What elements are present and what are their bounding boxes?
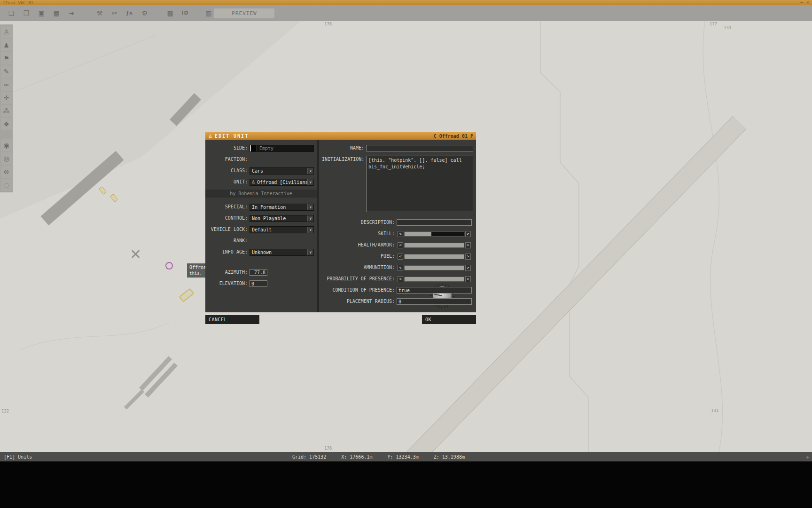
- cancel-button[interactable]: CANCEL: [205, 315, 259, 324]
- special-dropdown[interactable]: In Formation ∨: [250, 204, 314, 211]
- control-dropdown[interactable]: Non Playable ∨: [250, 215, 314, 222]
- editor-screen: *Test_VhC_01 – × ❑ ❒ ▣ ▦ ➔ ⚒ ✂ ƒx ⚙ ▩ ID…: [0, 0, 812, 508]
- control-value: Non Playable: [250, 216, 307, 221]
- x-coordinate: X: 17666.1m: [341, 454, 372, 460]
- description-input[interactable]: [397, 219, 472, 226]
- info-age-dropdown[interactable]: Unknown ∨: [250, 249, 314, 256]
- probability-of-presence-label: PROBABILITY OF PRESENCE:: [322, 275, 395, 283]
- edit-unit-dialog: ♙ EDIT UNIT C_Offroad_01_F SIDE: Empty F…: [205, 132, 476, 324]
- toolbar: ❑ ❒ ▣ ▦ ➔ ⚒ ✂ ƒx ⚙ ▩ ID ▥ ✒ PREVIEW: [0, 5, 812, 21]
- vehicle-lock-value: Default: [250, 227, 307, 232]
- selected-unit-marker[interactable]: [165, 262, 173, 270]
- panels-icon[interactable]: ▥: [204, 8, 213, 18]
- chevron-down-icon: ∨: [307, 168, 313, 174]
- initialization-textarea[interactable]: [this, "hotpink", [], false] call bis_fn…: [366, 156, 473, 212]
- fuel-label: FUEL:: [322, 253, 395, 260]
- grid-label: 131: [711, 408, 718, 413]
- dialog-titlebar[interactable]: ♙ EDIT UNIT C_Offroad_01_F: [205, 132, 476, 140]
- waypoints-icon[interactable]: ✎: [1, 65, 12, 78]
- ok-button[interactable]: OK: [422, 315, 476, 324]
- probability-increase-button[interactable]: >: [465, 276, 471, 282]
- side-dropdown[interactable]: Empty: [250, 145, 314, 152]
- checker-icon[interactable]: ▩: [165, 8, 175, 18]
- music-icon[interactable]: ◎: [1, 152, 12, 165]
- ammunition-slider[interactable]: [404, 265, 464, 270]
- assets-icon[interactable]: ⚒: [95, 8, 104, 18]
- skill-slider[interactable]: [404, 231, 464, 237]
- chevron-down-icon: ∨: [307, 215, 313, 222]
- helicopter-icon[interactable]: ✕: [130, 246, 141, 262]
- elevation-input[interactable]: [250, 280, 267, 287]
- units-icon[interactable]: ♙: [1, 26, 12, 38]
- ammunition-increase-button[interactable]: >: [465, 265, 471, 271]
- briefing-icon[interactable]: ❖: [1, 118, 12, 130]
- skill-increase-button[interactable]: >: [465, 231, 471, 237]
- markers-icon[interactable]: ✛: [1, 92, 12, 104]
- fuel-increase-button[interactable]: >: [465, 254, 471, 260]
- grid-readout: Grid: 175132: [292, 454, 326, 460]
- close-button[interactable]: ×: [807, 0, 809, 5]
- health-armor-increase-button[interactable]: >: [465, 242, 471, 248]
- side-color-swatch: [250, 145, 257, 151]
- functions-icon[interactable]: ƒx: [125, 8, 134, 18]
- unit-dropdown[interactable]: ♙ Offroad [Civilians] ∨: [250, 179, 314, 186]
- health-armor-decrease-button[interactable]: <: [398, 242, 403, 248]
- statusbar-corner-icon: ✛: [806, 454, 809, 460]
- y-coordinate: Y: 13234.3m: [387, 454, 418, 460]
- author-credit: by Bohemia Interactive: [205, 190, 317, 198]
- open-icon[interactable]: ❒: [22, 8, 31, 18]
- vehicle-lock-dropdown[interactable]: Default ∨: [250, 226, 314, 233]
- fuel-slider[interactable]: [404, 254, 464, 259]
- radio-icon[interactable]: ⊚: [1, 166, 12, 178]
- class-dropdown[interactable]: Cars ∨: [250, 167, 314, 175]
- chevron-down-icon: ∨: [307, 249, 313, 255]
- initialization-label: INITIALIZATION:: [322, 156, 364, 163]
- unit-label: UNIT:: [208, 178, 248, 186]
- dialog-right-panel: NAME: INITIALIZATION: [this, "hotpink", …: [319, 140, 476, 312]
- ammunition-decrease-button[interactable]: <: [398, 265, 403, 271]
- info-age-label: INFO AGE:: [208, 248, 248, 256]
- modules-icon[interactable]: ⁂: [1, 105, 12, 117]
- placement-radius-input[interactable]: [397, 298, 472, 305]
- placement-radius-label: PLACEMENT RADIUS:: [322, 298, 395, 305]
- health-armor-label: HEALTH/ARMOR:: [322, 241, 395, 249]
- description-label: DESCRIPTION:: [322, 219, 395, 226]
- id-icon[interactable]: ID: [180, 8, 190, 18]
- dialog-left-panel: SIDE: Empty FACTION: CLASS: Cars ∨: [205, 140, 317, 312]
- groups-icon[interactable]: ♟: [1, 39, 12, 51]
- save-as-icon[interactable]: ▦: [52, 8, 61, 18]
- triggers-icon[interactable]: ⚑: [1, 52, 12, 64]
- health-armor-slider[interactable]: [404, 243, 464, 248]
- effects-icon[interactable]: ◌: [1, 179, 12, 191]
- name-label: NAME:: [322, 144, 364, 152]
- minimize-button[interactable]: –: [800, 0, 803, 5]
- azimuth-input[interactable]: [250, 269, 267, 276]
- editor-mode-indicator: [F1] Units: [4, 454, 32, 460]
- preview-button[interactable]: PREVIEW: [214, 8, 274, 18]
- condition-of-presence-input[interactable]: [397, 287, 472, 294]
- grid-label: 177: [710, 22, 717, 26]
- export-icon[interactable]: ➔: [67, 8, 76, 18]
- tools-icon[interactable]: ✂: [110, 8, 119, 18]
- z-coordinate: Z: 13.1988m: [434, 454, 465, 460]
- sound-icon[interactable]: ◉: [1, 139, 12, 151]
- chevron-down-icon: ∨: [307, 227, 313, 233]
- synchronize-icon[interactable]: ∞: [1, 79, 12, 91]
- special-value: In Formation: [250, 205, 307, 210]
- name-input[interactable]: [366, 145, 473, 151]
- rank-label: RANK:: [208, 237, 248, 245]
- new-icon[interactable]: ❑: [7, 8, 16, 18]
- save-icon[interactable]: ▣: [37, 8, 46, 18]
- side-label: SIDE:: [208, 144, 248, 152]
- fuel-decrease-button[interactable]: <: [398, 254, 403, 260]
- settings-icon[interactable]: ⚙: [140, 8, 149, 18]
- probability-slider[interactable]: [404, 277, 464, 282]
- grid-label: 133: [724, 25, 731, 30]
- probability-decrease-button[interactable]: <: [398, 276, 403, 282]
- editor-mode-sidebar: ♙ ♟ ⚑ ✎ ∞ ✛ ⁂ ❖ ◉ ◎ ⊚ ◌: [0, 24, 13, 192]
- unit-type-icon: ♙: [251, 180, 255, 184]
- class-label: CLASS:: [208, 167, 248, 175]
- special-label: SPECIAL:: [208, 203, 248, 211]
- skill-decrease-button[interactable]: <: [398, 231, 403, 237]
- grid-label: 176: [324, 446, 332, 451]
